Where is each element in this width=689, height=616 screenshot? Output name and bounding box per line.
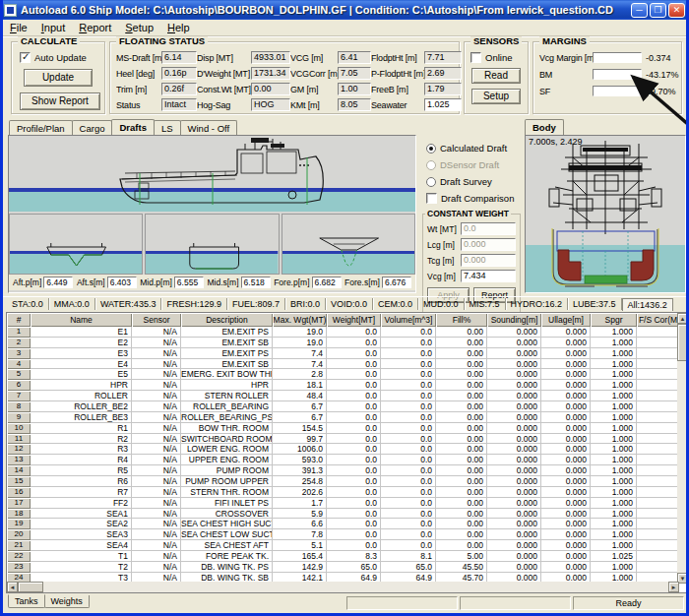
cell-spgr[interactable]: 1.000 (591, 327, 637, 338)
checkbox-checked-icon[interactable] (20, 52, 31, 63)
cell-name[interactable]: SEA3 (31, 529, 132, 540)
cell-sounding[interactable]: 0.000 (487, 423, 541, 434)
cell-weight[interactable]: 8.3 (327, 551, 381, 562)
cell-name[interactable]: ROLLER (31, 391, 132, 401)
cell-name[interactable]: R6 (31, 476, 132, 487)
scroll-left-icon[interactable]: ◄ (7, 582, 18, 592)
cell-weight[interactable]: 0.0 (327, 476, 381, 487)
cell-ullage[interactable]: 0.000 (541, 348, 591, 359)
cell-description[interactable]: PUMP ROOM (181, 465, 273, 476)
cell-sensor[interactable]: N/A (132, 359, 181, 370)
cell-fill[interactable]: 0.00 (436, 423, 487, 434)
cell-spgr[interactable]: 1.000 (591, 476, 637, 487)
cell-spgr[interactable]: 1.000 (591, 369, 637, 380)
cell-volume[interactable]: 0.0 (381, 498, 436, 509)
cell-max-wgt[interactable]: 6.7 (273, 401, 327, 412)
cell-fs-cor[interactable] (637, 498, 679, 509)
column-header[interactable]: Name (31, 313, 132, 327)
cell-fill[interactable]: 0.00 (436, 540, 487, 551)
draft-comparison-checkbox[interactable]: Draft Comparison (426, 193, 520, 204)
cell-name[interactable]: T2 (31, 562, 132, 573)
cell-ullage[interactable]: 0.000 (541, 327, 591, 338)
setup-button[interactable]: Setup (471, 89, 521, 104)
cell-max-wgt[interactable]: 1.7 (273, 498, 327, 509)
cell-sensor[interactable]: N/A (132, 369, 181, 380)
cell-weight[interactable]: 0.0 (327, 444, 381, 455)
cell-volume[interactable]: 8.1 (381, 551, 436, 562)
cell-weight[interactable]: 0.0 (327, 423, 381, 434)
cell-sounding[interactable]: 0.000 (487, 369, 541, 380)
cell-spgr[interactable]: 1.000 (591, 434, 637, 445)
cell-description[interactable]: ROLLER_BEARING_PS (181, 412, 273, 423)
cell-spgr[interactable]: 1.000 (591, 487, 637, 498)
cell-spgr[interactable]: 1.000 (591, 509, 637, 520)
cell-description[interactable]: HPR (181, 380, 273, 391)
cell-name[interactable]: ROLLER_BE2 (31, 401, 132, 412)
cell-ullage[interactable]: 0.000 (541, 455, 591, 465)
cell-sensor[interactable]: N/A (132, 401, 181, 412)
cell-ullage[interactable]: 0.000 (541, 476, 591, 487)
cell-ullage[interactable]: 0.000 (541, 434, 591, 445)
checkbox-unchecked-icon[interactable] (426, 193, 437, 204)
cell-max-wgt[interactable]: 48.4 (273, 391, 327, 401)
scroll-right-icon[interactable]: ► (668, 582, 679, 592)
cell-fs-cor[interactable] (637, 529, 679, 540)
title-bar[interactable]: Autoload 6.0 Ship Model: C:\Autoship\BOU… (0, 0, 689, 20)
radio-icon[interactable] (426, 144, 436, 154)
cell-description[interactable]: EM.EXIT SB (181, 338, 273, 348)
column-header[interactable]: Volume[m^3] (381, 313, 436, 327)
cell-fs-cor[interactable] (637, 540, 679, 551)
cell-name[interactable]: ROLLER_BE3 (31, 412, 132, 423)
table-row[interactable]: 11 R2 N/A SWITCHBOARD ROOM 99.7 0.0 0.0 … (7, 434, 688, 445)
cell-fs-cor[interactable] (637, 551, 679, 562)
cell-volume[interactable]: 0.0 (381, 401, 436, 412)
cell-name[interactable]: E5 (31, 369, 132, 380)
cell-description[interactable]: PUMP ROOM UPPER (181, 476, 273, 487)
cell-sensor[interactable]: N/A (132, 338, 181, 348)
cell-spgr[interactable]: 1.000 (591, 455, 637, 465)
view-tab[interactable]: Cargo (72, 120, 113, 135)
cell-max-wgt[interactable]: 165.4 (273, 551, 327, 562)
cell-description[interactable]: SWITCHBOARD ROOM (181, 434, 273, 445)
cell-spgr[interactable]: 1.000 (591, 338, 637, 348)
cell-volume[interactable]: 0.0 (381, 380, 436, 391)
cell-weight[interactable]: 0.0 (327, 391, 381, 401)
cell-volume[interactable]: 0.0 (381, 412, 436, 423)
cell-fs-cor[interactable] (637, 476, 679, 487)
constant-weight-field-value[interactable]: 0.0 (461, 222, 516, 235)
cell-ullage[interactable]: 0.000 (541, 369, 591, 380)
checkbox-unchecked-icon[interactable] (470, 52, 481, 63)
cell-description[interactable]: EMERG. EXIT BOW THR. (181, 369, 273, 380)
cell-fill[interactable]: 0.00 (436, 529, 487, 540)
cell-fill[interactable]: 0.00 (436, 348, 487, 359)
cell-name[interactable]: SEA1 (31, 509, 132, 520)
cell-sounding[interactable]: 0.000 (487, 529, 541, 540)
menu-item[interactable]: File (3, 22, 34, 33)
cell-volume[interactable]: 0.0 (381, 369, 436, 380)
cell-description[interactable]: EM.EXIT SB (181, 359, 273, 370)
minimize-icon[interactable]: ─ (631, 3, 648, 18)
cell-volume[interactable]: 0.0 (381, 391, 436, 401)
cell-fill[interactable]: 0.00 (436, 412, 487, 423)
cell-fs-cor[interactable] (637, 348, 679, 359)
cell-name[interactable]: R2 (31, 434, 132, 445)
cell-sounding[interactable]: 0.000 (487, 465, 541, 476)
cell-spgr[interactable]: 1.000 (591, 562, 637, 573)
table-row[interactable]: 12 R3 N/A LOWER ENG. ROOM 1006.0 0.0 0.0… (7, 444, 688, 455)
cell-max-wgt[interactable]: 7.4 (273, 348, 327, 359)
cell-weight[interactable]: 0.0 (327, 359, 381, 370)
cell-description[interactable]: SEA CHEST AFT (181, 540, 273, 551)
cell-description[interactable]: EM.EXIT PS (181, 348, 273, 359)
read-button[interactable]: Read (471, 68, 521, 84)
table-row[interactable]: 10 R1 N/A BOW THR. ROOM 154.5 0.0 0.0 0.… (7, 423, 688, 434)
table-row[interactable]: 5 E5 N/A EMERG. EXIT BOW THR. 2.8 0.0 0.… (7, 369, 688, 380)
cell-fill[interactable]: 0.00 (436, 391, 487, 401)
cell-sounding[interactable]: 0.000 (487, 562, 541, 573)
cell-fill[interactable]: 0.00 (436, 369, 487, 380)
cell-sounding[interactable]: 0.000 (487, 434, 541, 445)
cell-sensor[interactable]: N/A (132, 412, 181, 423)
cell-fill[interactable]: 5.00 (436, 551, 487, 562)
cell-volume[interactable]: 0.0 (381, 487, 436, 498)
cell-ullage[interactable]: 0.000 (541, 529, 591, 540)
cell-name[interactable]: FF2 (31, 498, 132, 509)
